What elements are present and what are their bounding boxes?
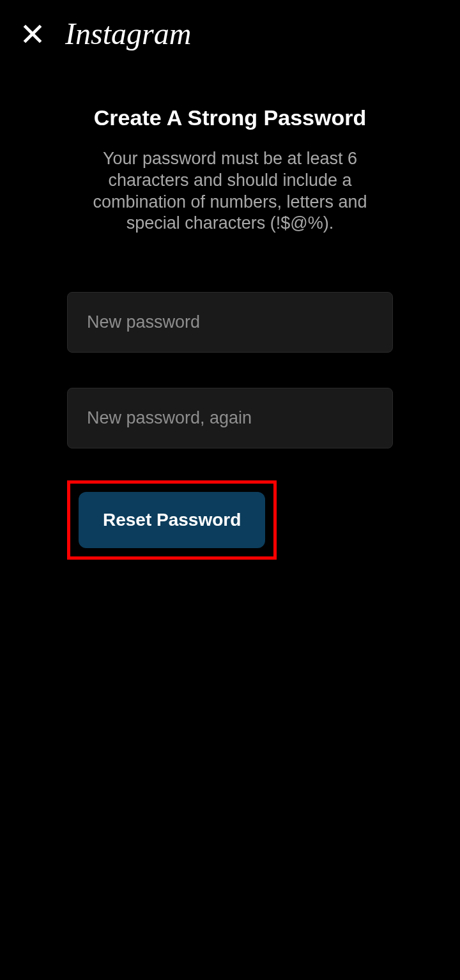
close-icon[interactable]	[19, 20, 46, 47]
instagram-logo: Instagram	[65, 16, 191, 51]
page-title: Create A Strong Password	[94, 105, 366, 130]
new-password-again-input[interactable]	[67, 388, 393, 448]
page-description: Your password must be at least 6 charact…	[77, 148, 383, 234]
password-form: Reset Password	[38, 292, 422, 560]
header: Instagram	[0, 0, 460, 67]
new-password-input[interactable]	[67, 292, 393, 353]
highlight-annotation: Reset Password	[67, 480, 277, 560]
reset-password-button[interactable]: Reset Password	[79, 492, 265, 548]
button-wrapper: Reset Password	[67, 484, 393, 560]
content-area: Create A Strong Password Your password m…	[0, 67, 460, 560]
